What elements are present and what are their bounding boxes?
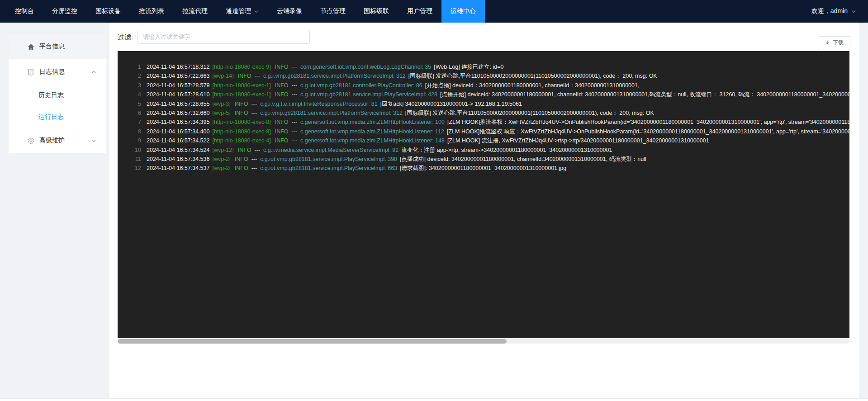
download-button[interactable]: 下载 [818,36,850,49]
log-sep: --- [251,165,257,171]
log-line: 102024-11-04 16:57:34.524[wvp-12]INFO---… [118,146,849,155]
bottom-strip [0,398,868,401]
log-cls: c.g.iot.vmp.gb28181.service.impl.PlaySer… [260,165,397,171]
log-ts: 2024-11-04 16:57:34.522 [147,137,209,144]
welcome-text: 欢迎，admin [811,7,848,15]
log-cls: c.genersoft.iot.vmp.media.zlm.ZLMHttpHoo… [300,128,444,135]
nav-tab-10[interactable]: 用户管理 [398,0,441,23]
log-line: 32024-11-04 16:57:28.579[http-nio-18080-… [118,81,849,90]
log-cls: c.g.i.vmp.gb28181.service.impl.PlatformS… [263,73,406,79]
home-icon [27,42,35,51]
log-line: 42024-11-04 16:57:28.610[http-nio-18080-… [118,90,849,99]
log-line: 12024-11-04 16:57:18.312[http-nio-18080-… [118,62,849,71]
log-ln: 3 [118,81,141,90]
sidebar-item-platform-info[interactable]: 平台信息 [9,34,106,59]
nav-tab-3[interactable]: 国标设备 [86,0,130,23]
log-ts: 2024-11-04 16:57:34.524 [147,147,209,153]
chevron-down-icon [254,9,259,14]
chevron-down-icon [851,9,856,14]
nav-tab-1[interactable]: 控制台 [6,0,43,23]
log-cls: c.g.i.v.g.t.e.r.impl.InviteResponseProce… [260,101,378,107]
nav-tab-label: 国标级联 [364,7,389,15]
log-ts: 2024-11-04 16:57:34.537 [147,165,209,171]
nav-tab-8[interactable]: 节点管理 [311,0,355,23]
log-sep: --- [292,82,298,89]
log-cls: c.genersoft.iot.vmp.media.zlm.ZLMHttpHoo… [300,137,445,144]
log-msg: [国标级联] 发送心跳,平台11010500002000000001(11010… [405,110,654,116]
sidebar-item-log-info[interactable]: 日志信息 [9,59,106,85]
log-sep: --- [255,73,261,79]
nav-tabs: 控制台分屏监控国标设备推流列表拉流代理通道管理云端录像节点管理国标级联用户管理运… [0,0,485,23]
scrollbar-thumb[interactable] [118,339,507,344]
log-ln: 7 [118,118,141,127]
log-level: INFO [275,128,289,135]
sidebar-subitem-label: 历史日志 [38,91,64,99]
log-ln: 5 [118,99,141,109]
filter-input[interactable] [137,30,310,44]
chevron-up-icon [91,70,96,75]
log-thread: [http-nio-18080-exec-1] [212,91,270,98]
nav-tab-11[interactable]: 运维中心 [441,0,485,23]
log-line: 82024-11-04 16:57:34.400[http-nio-18080-… [118,127,849,136]
log-ts: 2024-11-04 16:57:34.395 [147,119,209,125]
nav-tab-6[interactable]: 通道管理 [217,0,268,23]
nav-tab-label: 用户管理 [407,7,432,15]
log-msg: [ZLM HOOK] 流注册, XwFtVZrtZbHJq4UV->rtsp->… [447,137,709,144]
sidebar-subitem-history-log[interactable]: 历史日志 [9,85,106,106]
log-line: 22024-11-04 16:57:22.663[wvp-14]INFO---c… [118,71,849,80]
gear-icon [27,137,35,145]
log-line: 112024-11-04 16:57:34.536[wvp-2]INFO---c… [118,155,849,164]
log-thread: [http-nio-18080-exec-8] [212,119,270,125]
log-ts: 2024-11-04 16:57:34.536 [147,156,209,162]
sidebar-item-advanced-maintenance[interactable]: 高级维护 [9,128,106,153]
log-ln: 9 [118,136,141,145]
nav-tab-label: 分屏监控 [52,7,77,15]
log-level: INFO [235,165,248,171]
toolbar: 过滤: 下载 [109,23,859,51]
log-thread: [wvp-5] [212,110,230,116]
log-sep: --- [292,64,298,70]
nav-tab-9[interactable]: 国标级联 [355,0,398,23]
log-msg: [点播成功] deviceId: 34020000001180000001, c… [400,156,646,162]
chevron-down-icon [91,138,96,143]
log-level: INFO [275,137,289,144]
nav-tab-5[interactable]: 拉流代理 [173,0,217,23]
log-msg: [ZLM HOOK]推流鉴权：XwFtVZrtZbHJq4UV->OnPubli… [447,119,849,125]
sidebar-item-label: 日志信息 [39,68,65,76]
log-console[interactable]: 12024-11-04 16:57:18.312[http-nio-18080-… [118,51,849,338]
log-sep: --- [251,110,257,116]
log-cls: c.genersoft.iot.vmp.media.zlm.ZLMHttpHoo… [300,119,445,125]
log-thread: [http-nio-18080-exec-9] [212,64,270,70]
log-ln: 12 [118,164,141,173]
log-thread: [http-nio-18080-exec-8] [212,128,270,135]
nav-tab-label: 控制台 [15,7,34,15]
log-ts: 2024-11-04 16:57:28.579 [147,82,209,89]
nav-tab-7[interactable]: 云端录像 [268,0,311,23]
log-ts: 2024-11-04 16:57:22.663 [147,73,209,79]
log-level: INFO [235,101,248,107]
download-icon [825,40,830,46]
log-ln: 2 [118,71,141,80]
log-sep: --- [292,119,298,125]
log-msg: [ZLM HOOK]推流鉴权 响应：XwFtVZrtZbHJq4UV->OnPu… [447,128,849,135]
nav-tab-label: 推流列表 [139,7,164,15]
user-menu[interactable]: 欢迎，admin [811,0,868,23]
log-msg: [Web-Log] 连接已建立: id=0 [434,64,503,70]
log-sep: --- [251,101,257,107]
nav-tab-4[interactable]: 推流列表 [130,0,173,23]
log-msg: [开始点播] deviceId：34020000001180000001, ch… [425,82,640,89]
log-ts: 2024-11-04 16:57:32.660 [147,110,209,116]
log-thread: [wvp-2] [212,165,230,171]
horizontal-scrollbar [118,339,849,344]
log-ln: 1 [118,62,141,71]
log-cls: c.g.i.v.media.service.impl.MediaServerSe… [263,147,398,153]
log-ts: 2024-11-04 16:57:34.400 [147,128,209,135]
log-cls: c.g.iot.vmp.gb28181.service.impl.PlaySer… [260,156,397,162]
log-cls: com.genersoft.iot.vmp.conf.webLog.LogCha… [300,64,431,70]
nav-tab-label: 拉流代理 [182,7,208,15]
nav-tab-2[interactable]: 分屏监控 [43,0,86,23]
log-cls: c.g.i.vmp.gb28181.service.impl.PlatformS… [260,110,403,116]
sidebar-subitem-running-log[interactable]: 运行日志 [9,106,106,128]
log-level: INFO [235,156,248,162]
log-line: 62024-11-04 16:57:32.660[wvp-5]INFO---c.… [118,109,849,118]
